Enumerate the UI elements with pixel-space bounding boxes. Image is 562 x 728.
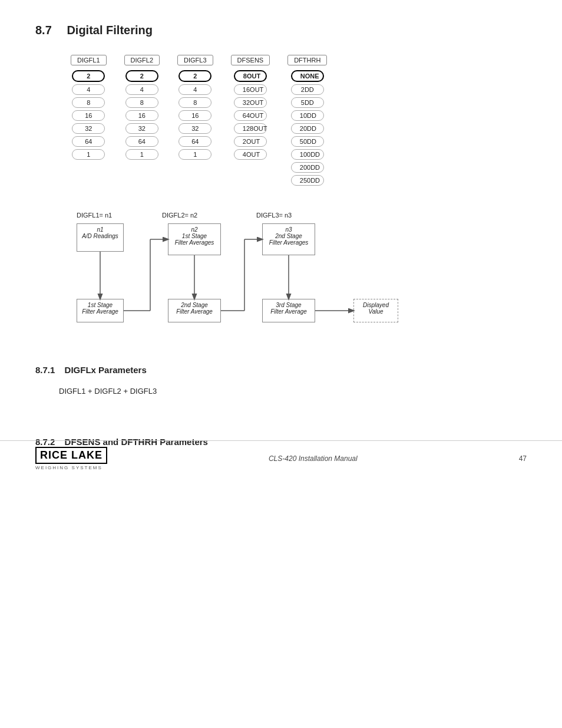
flow-box-stage1: 1st StageFilter Average (77, 299, 124, 322)
param-item-16: 16 (125, 110, 158, 121)
param-item-8: 8 (72, 97, 105, 108)
subsection-8-7-1-number: 8.7.1 (35, 365, 55, 375)
param-col-digfl2: DIGFL22481632641 (124, 55, 160, 188)
param-item-16out: 16OUT (234, 84, 267, 95)
param-item-200dd: 200DD (291, 162, 324, 173)
param-item-2: 2 (178, 70, 211, 82)
flow-box-n1: n1A/D Readings (77, 223, 124, 252)
param-item-8: 8 (125, 97, 158, 108)
flow-diagram: DIGFL1= n1 DIGFL2= n2 DIGFL3= n3 n1A/D R… (59, 212, 424, 341)
flow-label-digfl3: DIGFL3= n3 (256, 212, 292, 219)
param-table: DIGFL12481632641DIGFL22481632641DIGFL324… (71, 55, 527, 188)
flow-box-n2: n21st StageFilter Averages (168, 223, 221, 255)
param-item-2: 2 (72, 70, 105, 82)
param-item-none: NONE (291, 70, 324, 82)
param-col-header-3: DFSENS (231, 55, 270, 65)
param-item-5dd: 5DD (291, 97, 324, 108)
param-col-dfthrh: DFTHRHNONE2DD5DD10DD20DD50DD100DD200DD25… (287, 55, 327, 188)
flow-box-stage2: 2nd StageFilter Average (168, 299, 221, 322)
footer-doc-title: CLS-420 Installation Manual (269, 454, 358, 463)
param-item-64: 64 (72, 136, 105, 147)
param-item-32: 32 (178, 123, 211, 134)
param-col-digfl1: DIGFL12481632641 (71, 55, 107, 188)
footer: RICE LAKE WEIGHING SYSTEMS CLS-420 Insta… (0, 440, 562, 470)
page-content: 8.7 Digital Filtering DIGFL12481632641DI… (0, 0, 562, 482)
param-item-128out: 128OUT (234, 123, 267, 134)
section-number: 8.7 (35, 24, 52, 37)
param-col-digfl3: DIGFL32481632641 (177, 55, 213, 188)
flow-box-n3: n32nd StageFilter Averages (262, 223, 315, 255)
param-item-2dd: 2DD (291, 84, 324, 95)
section-title-text: Digital Filtering (67, 24, 153, 37)
param-item-64: 64 (178, 136, 211, 147)
param-item-1: 1 (125, 149, 158, 160)
section-title: 8.7 Digital Filtering (35, 24, 527, 37)
flow-box-stage3: 3rd StageFilter Average (262, 299, 315, 322)
param-diagram: DIGFL12481632641DIGFL22481632641DIGFL324… (35, 55, 527, 188)
param-item-4: 4 (72, 84, 105, 95)
param-item-2out: 2OUT (234, 136, 267, 147)
param-item-1: 1 (178, 149, 211, 160)
param-item-8out: 8OUT (234, 70, 267, 82)
param-item-64out: 64OUT (234, 110, 267, 121)
param-item-16: 16 (72, 110, 105, 121)
param-item-16: 16 (178, 110, 211, 121)
param-item-2: 2 (125, 70, 158, 82)
param-item-32: 32 (72, 123, 105, 134)
param-item-64: 64 (125, 136, 158, 147)
footer-page-number: 47 (519, 454, 527, 463)
param-item-8: 8 (178, 97, 211, 108)
param-col-header-1: DIGFL2 (124, 55, 160, 65)
subsection-8-7-1-label: DIGFLx Parameters (65, 365, 147, 375)
param-item-10dd: 10DD (291, 110, 324, 121)
param-col-header-0: DIGFL1 (71, 55, 107, 65)
param-item-20dd: 20DD (291, 123, 324, 134)
param-col-dfsens: DFSENS8OUT16OUT32OUT64OUT128OUT2OUT4OUT (231, 55, 270, 188)
logo: RICE LAKE WEIGHING SYSTEMS (35, 447, 107, 470)
param-item-32out: 32OUT (234, 97, 267, 108)
param-item-50dd: 50DD (291, 136, 324, 147)
param-item-4out: 4OUT (234, 149, 267, 160)
flow-box-displayed: DisplayedValue (353, 299, 398, 322)
flow-label-digfl1: DIGFL1= n1 (77, 212, 112, 219)
param-item-4: 4 (178, 84, 211, 95)
subsection-8-7-1-title: 8.7.1 DIGFLx Parameters (35, 365, 527, 375)
logo-sub: WEIGHING SYSTEMS (35, 465, 103, 470)
param-item-100dd: 100DD (291, 149, 324, 160)
param-item-1: 1 (72, 149, 105, 160)
formula-text: DIGFL1 + DIGFL2 + DIGFL3 (59, 387, 527, 396)
param-col-header-2: DIGFL3 (177, 55, 213, 65)
param-item-32: 32 (125, 123, 158, 134)
logo-main: RICE LAKE (35, 447, 107, 464)
param-col-header-4: DFTHRH (287, 55, 327, 65)
param-item-4: 4 (125, 84, 158, 95)
param-item-250dd: 250DD (291, 175, 324, 186)
flow-label-digfl2: DIGFL2= n2 (162, 212, 197, 219)
